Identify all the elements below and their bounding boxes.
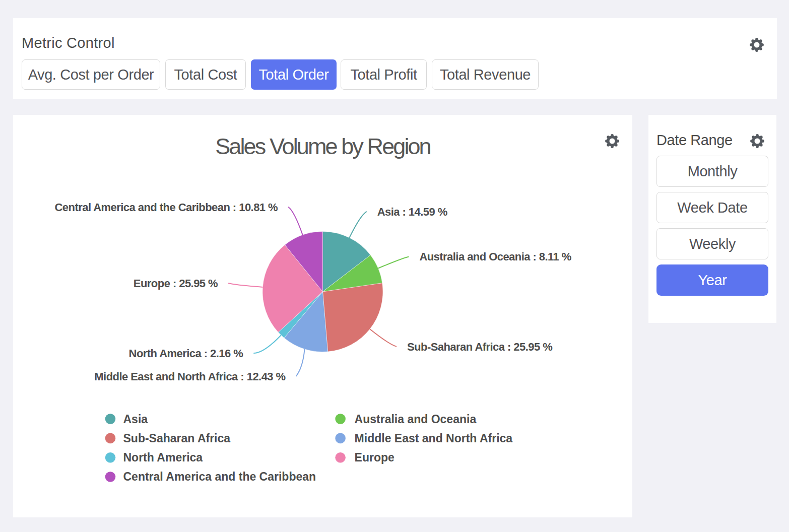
svg-text:Australia and Oceania : 8.11 %: Australia and Oceania : 8.11 % — [419, 250, 571, 263]
svg-text:Middle East and North Africa: Middle East and North Africa — [355, 432, 513, 445]
svg-text:Central America and the Caribb: Central America and the Caribbean : 10.8… — [55, 201, 278, 214]
svg-text:North America : 2.16 %: North America : 2.16 % — [129, 347, 243, 360]
svg-text:Europe : 25.95 %: Europe : 25.95 % — [134, 277, 218, 290]
svg-text:Europe: Europe — [355, 451, 394, 464]
svg-text:Sub-Saharan Africa: Sub-Saharan Africa — [123, 432, 231, 445]
svg-text:Australia and Oceania: Australia and Oceania — [355, 413, 477, 426]
svg-text:Sub-Saharan Africa : 25.95 %: Sub-Saharan Africa : 25.95 % — [407, 341, 552, 353]
svg-text:Middle East and North Africa :: Middle East and North Africa : 12.43 % — [94, 370, 285, 383]
svg-text:Central America and the Caribb: Central America and the Caribbean — [123, 470, 316, 483]
svg-text:Asia: Asia — [123, 413, 148, 426]
svg-text:Asia : 14.59 %: Asia : 14.59 % — [377, 206, 447, 218]
svg-text:North America: North America — [123, 451, 203, 464]
